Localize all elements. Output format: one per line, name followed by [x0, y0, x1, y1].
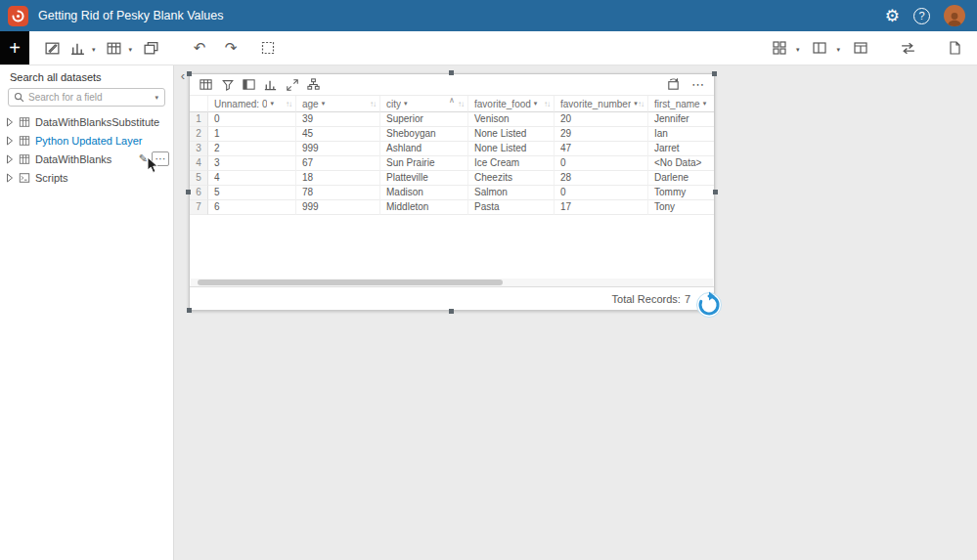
table-cell: 28	[555, 171, 648, 186]
new-map-icon[interactable]	[41, 37, 63, 59]
resize-handle[interactable]	[712, 71, 717, 76]
column-header-first-name[interactable]: first_name ▾ ↑↓	[648, 96, 714, 112]
view-tools-group: ▾ ▾	[769, 37, 977, 59]
column-header-age[interactable]: age ▾ ↑↓	[296, 96, 380, 112]
expand-icon[interactable]	[6, 173, 14, 183]
table-cell: Ian	[648, 127, 714, 142]
expand-icon[interactable]	[6, 154, 14, 164]
new-table-icon[interactable]	[104, 37, 125, 59]
page-layout-icon[interactable]	[850, 37, 871, 59]
column-name: Unnamed: 0	[214, 99, 267, 109]
sort-icon[interactable]: ↑↓	[286, 100, 291, 108]
table-cell: None Listed	[468, 127, 555, 142]
settings-gear-icon[interactable]: ⚙	[885, 8, 900, 24]
undo-redo-group: ↶ ↷	[189, 37, 242, 59]
sidebar-item-python-updated-layer[interactable]: Python Updated Layer	[0, 131, 173, 150]
sort-icon[interactable]: ↑↓	[544, 100, 550, 108]
table-cell: 78	[296, 186, 380, 200]
search-input[interactable]	[28, 92, 151, 103]
table-row[interactable]: 1039SuperiorVenison20Jennifer	[190, 112, 714, 127]
table-card[interactable]: ⋯ ∧ Unnamed: 0 ▾ ↑↓ age ▾ ↑↓	[189, 73, 715, 311]
swap-arrows-icon[interactable]	[897, 37, 918, 59]
column-header-unnamed-0[interactable]: Unnamed: 0 ▾ ↑↓	[208, 96, 296, 112]
row-number: 6	[190, 186, 208, 200]
sidebar-item-datawithblankssubstitute[interactable]: DataWithBlanksSubstitute	[0, 112, 173, 131]
total-records-label: Total Records:	[612, 293, 681, 305]
resize-handle[interactable]	[449, 309, 454, 314]
horizontal-scrollbar[interactable]	[191, 279, 713, 286]
table-cell: 0	[555, 156, 648, 171]
help-icon[interactable]: ?	[913, 8, 930, 24]
search-caret-icon[interactable]: ▾	[155, 94, 158, 102]
column-header-favorite-number[interactable]: favorite_number ▾ ↑↓	[555, 96, 648, 112]
flow-icon[interactable]	[306, 77, 321, 92]
collapse-header-icon[interactable]: ∧	[449, 97, 455, 105]
layout-panel-icon[interactable]	[809, 37, 830, 59]
expand-icon[interactable]	[6, 136, 14, 146]
scrollbar-thumb[interactable]	[198, 280, 503, 285]
column-menu-caret-icon[interactable]: ▾	[534, 100, 538, 108]
column-header-city[interactable]: city ▾ ↑↓	[380, 96, 468, 112]
table-cell: 2	[208, 142, 296, 156]
table-cell: 0	[555, 186, 648, 200]
search-field[interactable]: ▾	[8, 88, 165, 107]
column-header-favorite-food[interactable]: favorite_food ▾ ↑↓	[468, 96, 555, 112]
table-cell: Superior	[380, 112, 468, 127]
card-gallery-icon[interactable]	[769, 37, 790, 59]
resize-handle[interactable]	[449, 70, 454, 75]
flip-card-icon[interactable]	[666, 77, 681, 92]
app-logo-icon[interactable]	[8, 6, 28, 26]
report-page-icon[interactable]	[944, 37, 965, 59]
sort-icon[interactable]: ↑↓	[370, 100, 376, 108]
resize-handle[interactable]	[187, 71, 192, 76]
chart-icon[interactable]	[263, 77, 278, 92]
table-cell: 29	[555, 127, 648, 142]
resize-handle[interactable]	[187, 308, 192, 313]
card-options-icon[interactable]: ⋯	[691, 78, 705, 91]
table-row[interactable]: 76999MiddletonPasta17Tony	[190, 200, 714, 215]
table-row[interactable]: 6578MadisonSalmon0Tommy	[190, 186, 714, 200]
column-menu-caret-icon[interactable]: ▾	[404, 100, 408, 108]
table-cell: 39	[296, 112, 380, 127]
table-cell: 47	[555, 142, 648, 156]
resize-handle[interactable]	[713, 190, 718, 194]
redo-icon[interactable]: ↷	[220, 37, 242, 59]
column-menu-caret-icon[interactable]: ▾	[270, 100, 274, 108]
table-body: 1039SuperiorVenison20Jennifer2145Sheboyg…	[190, 112, 714, 215]
page-title: Getting Rid of Pesky Blank Values	[38, 9, 223, 22]
table-row[interactable]: 4367Sun PrairieIce Cream0<No Data>	[190, 156, 714, 171]
new-chart-icon[interactable]	[67, 37, 88, 59]
row-number: 5	[190, 171, 208, 186]
resize-handle[interactable]	[186, 190, 191, 194]
column-menu-caret-icon[interactable]: ▾	[322, 100, 326, 108]
card-gallery-caret-icon[interactable]: ▾	[796, 46, 800, 54]
table-cell: Tony	[648, 200, 714, 215]
undo-icon[interactable]: ↶	[189, 37, 210, 59]
app-window: Getting Rid of Pesky Blank Values ⚙ ? +	[0, 0, 977, 560]
new-table-caret-icon[interactable]: ▾	[129, 46, 133, 54]
user-avatar[interactable]	[944, 5, 965, 26]
sort-icon[interactable]: ↑↓	[458, 100, 464, 108]
new-chart-caret-icon[interactable]: ▾	[92, 46, 96, 54]
add-data-button[interactable]: +	[0, 31, 29, 65]
analysis-toolbar: + ▾ ▾	[0, 31, 977, 65]
maximize-icon[interactable]	[285, 77, 299, 92]
selection-tools-icon[interactable]	[257, 37, 279, 59]
field-selection-icon[interactable]	[242, 77, 256, 92]
table-cell: Jennifer	[648, 112, 714, 127]
layouts-icon[interactable]	[140, 37, 161, 59]
table-cell: Ice Cream	[468, 156, 555, 171]
table-row[interactable]: 2145SheboyganNone Listed29Ian	[190, 127, 714, 142]
sort-icon[interactable]: ↑↓	[638, 100, 644, 108]
table-row[interactable]: 32999AshlandNone Listed47Jarret	[190, 142, 714, 156]
expand-icon[interactable]	[6, 117, 14, 127]
row-number: 2	[190, 127, 208, 142]
filter-icon[interactable]	[220, 77, 235, 92]
table-tools-icon[interactable]	[199, 77, 213, 92]
table-cell: Venison	[468, 112, 555, 127]
table-row[interactable]: 5418PlattevilleCheezits28Darlene	[190, 171, 714, 186]
column-menu-caret-icon[interactable]: ▾	[703, 100, 707, 108]
table-cell: 4	[208, 171, 296, 186]
table-cell: 1	[208, 127, 296, 142]
layout-panel-caret-icon[interactable]: ▾	[836, 46, 840, 54]
